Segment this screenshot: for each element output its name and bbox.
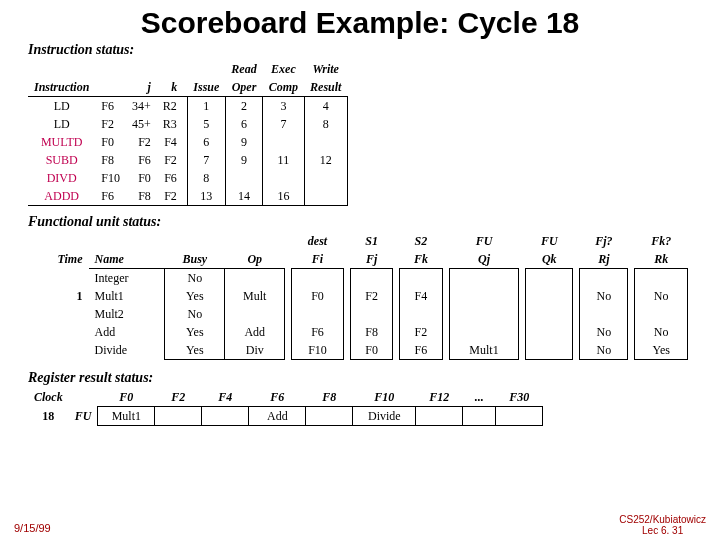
slide-title: Scoreboard Example: Cycle 18 xyxy=(0,0,720,40)
footer-date: 9/15/99 xyxy=(14,522,51,534)
fu-status-table: dest S1 S2 FU FU Fj? Fk? Time Name Busy … xyxy=(28,232,692,360)
reg-status-label: Register result status: xyxy=(28,370,720,386)
reg-status-table: Clock F0 F2 F4 F6 F8 F10 F12 ... F30 18 … xyxy=(28,388,692,426)
footer-course: CS252/Kubiatowicz Lec 6. 31 xyxy=(619,514,706,536)
fu-status-label: Functional unit status: xyxy=(28,214,720,230)
instruction-status-label: Instruction status: xyxy=(28,42,720,58)
instruction-status-table: Read Exec Write Instruction j k Issue Op… xyxy=(28,60,692,206)
